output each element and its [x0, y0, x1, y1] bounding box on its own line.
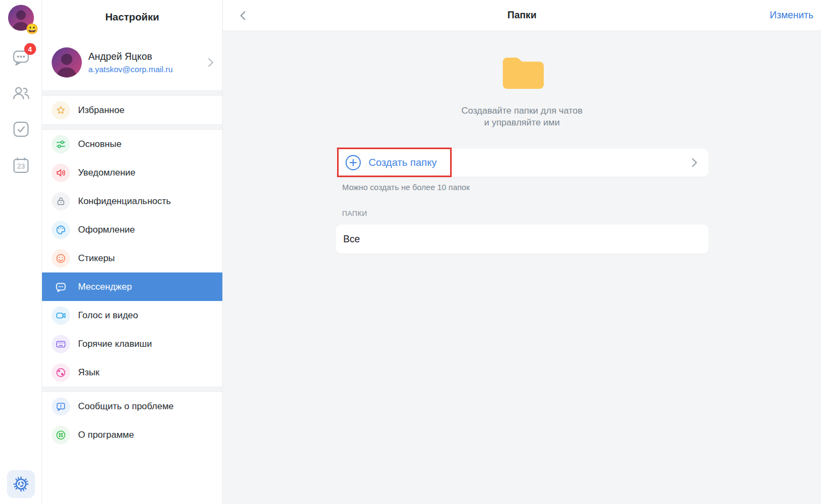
sidebar-item-label: Основные: [78, 139, 122, 150]
globe-icon: [52, 363, 70, 382]
sidebar-item-appearance[interactable]: Оформление: [42, 215, 222, 244]
sidebar-item-label: Горячие клавиши: [78, 339, 152, 349]
folder-row-all[interactable]: Все: [336, 225, 708, 254]
chevron-left-icon: [240, 10, 246, 21]
calendar-icon: 23: [11, 156, 31, 175]
folders-content: Создавайте папки для чатов и управляйте …: [223, 31, 821, 504]
sidebar-divider: [42, 124, 222, 130]
folder-illustration-icon: [501, 55, 544, 91]
create-folder-label: Создать папку: [369, 157, 437, 169]
rail-settings-button[interactable]: [7, 470, 35, 498]
create-folder-row[interactable]: Создать папку: [336, 149, 708, 177]
sidebar-item-label: Уведомление: [78, 167, 136, 178]
caption-line: и управляйте ими: [336, 117, 708, 129]
sidebar-item-label: Сообщить о проблеме: [78, 401, 174, 412]
settings-gear-icon: [12, 475, 30, 493]
app-rail: 😀 4 23: [0, 0, 42, 504]
calendar-day-number: 23: [17, 162, 24, 170]
empty-state-caption: Создавайте папки для чатов и управляйте …: [336, 105, 708, 129]
back-button[interactable]: [236, 7, 250, 24]
sidebar-item-hotkeys[interactable]: Горячие клавиши: [42, 330, 222, 358]
folders-section-label: ПАПКИ: [336, 209, 708, 218]
status-emoji-badge: 😀: [26, 24, 39, 34]
task-check-icon: [11, 120, 31, 139]
rail-avatar[interactable]: 😀: [8, 5, 34, 31]
main-header: Папки Изменить: [223, 0, 821, 31]
sidebar-item-label: Конфиденциальность: [78, 196, 171, 207]
chevron-right-icon: [207, 57, 214, 68]
page-title: Папки: [223, 10, 821, 21]
messenger-bubble-icon: [52, 278, 70, 296]
speaker-icon: [52, 164, 70, 182]
rail-chats-button[interactable]: 4: [11, 47, 31, 67]
video-camera-icon: [52, 306, 70, 325]
rail-contacts-button[interactable]: [11, 83, 31, 103]
contacts-icon: [11, 83, 31, 103]
report-bubble-icon: [52, 397, 70, 416]
sidebar-divider: [42, 387, 222, 392]
rail-calendar-button[interactable]: 23: [11, 156, 31, 175]
sidebar-item-label: Избранное: [78, 105, 124, 116]
rail-tasks-button[interactable]: [11, 120, 31, 139]
profile-name: Андрей Яцков: [88, 51, 173, 62]
sidebar-item-messenger[interactable]: Мессенджер: [42, 272, 222, 301]
sliders-icon: [52, 135, 70, 153]
profile-card[interactable]: Андрей Яцков a.yatskov@corp.mail.ru: [42, 34, 222, 90]
folder-name: Все: [343, 234, 360, 245]
profile-email: a.yatskov@corp.mail.ru: [88, 65, 173, 74]
caption-line: Создавайте папки для чатов: [336, 105, 708, 117]
profile-avatar: [52, 47, 82, 78]
star-icon: [52, 101, 70, 120]
sidebar-item-voice-video[interactable]: Голос и видео: [42, 301, 222, 330]
sidebar-item-stickers[interactable]: Стикеры: [42, 244, 222, 272]
settings-sidebar: Настройки Андрей Яцков a.yatskov@corp.ma…: [42, 0, 223, 504]
sidebar-item-label: Мессенджер: [78, 282, 132, 292]
avatar-silhouette-icon: [52, 47, 82, 78]
edit-button[interactable]: Изменить: [770, 10, 813, 21]
folder-limit-hint: Можно создать не более 10 папок: [336, 183, 708, 192]
sidebar-item-favorites[interactable]: Избранное: [42, 96, 222, 124]
sidebar-item-about[interactable]: О программе: [42, 421, 222, 449]
sidebar-title: Настройки: [42, 0, 222, 34]
sidebar-item-privacy[interactable]: Конфиденциальность: [42, 187, 222, 215]
unread-badge: 4: [24, 43, 36, 55]
main-panel: Папки Изменить Создавайте папки для чато…: [223, 0, 821, 504]
smiley-icon: [52, 249, 70, 268]
keyboard-icon: [52, 335, 70, 353]
plus-circle-icon: [345, 155, 361, 171]
palette-icon: [52, 221, 70, 239]
sidebar-item-label: Стикеры: [78, 253, 115, 264]
app-logo-icon: [52, 426, 70, 444]
sidebar-item-report-problem[interactable]: Сообщить о проблеме: [42, 392, 222, 421]
sidebar-item-notifications[interactable]: Уведомление: [42, 158, 222, 187]
sidebar-item-label: Язык: [78, 367, 100, 378]
chevron-right-icon: [691, 157, 698, 168]
sidebar-item-label: О программе: [78, 430, 134, 440]
sidebar-item-label: Оформление: [78, 225, 135, 235]
sidebar-item-label: Голос и видео: [78, 310, 138, 321]
sidebar-divider: [42, 90, 222, 96]
sidebar-item-language[interactable]: Язык: [42, 358, 222, 387]
lock-icon: [52, 192, 70, 211]
sidebar-item-general[interactable]: Основные: [42, 130, 222, 158]
